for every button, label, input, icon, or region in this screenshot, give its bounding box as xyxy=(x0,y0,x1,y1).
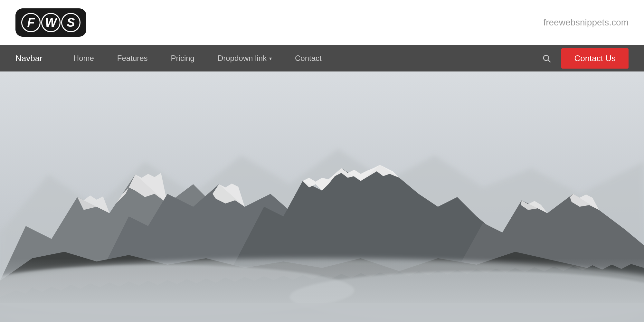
navbar-right: Contact Us xyxy=(539,48,629,69)
svg-line-1 xyxy=(548,60,550,62)
search-icon xyxy=(542,54,551,63)
logo-letter-w: W xyxy=(41,13,61,32)
nav-link-pricing[interactable]: Pricing xyxy=(159,54,206,63)
navbar: Navbar Home Features Pricing Dropdown li… xyxy=(0,45,644,71)
mountain-illustration xyxy=(0,71,644,322)
logo-letter-s: S xyxy=(61,13,80,32)
top-header: F W S freewebsnippets.com xyxy=(0,0,644,45)
navbar-brand: Navbar xyxy=(15,53,43,63)
nav-link-contact[interactable]: Contact xyxy=(283,54,333,63)
site-url: freewebsnippets.com xyxy=(543,17,629,28)
nav-link-features[interactable]: Features xyxy=(106,54,159,63)
svg-rect-20 xyxy=(0,303,644,322)
contact-us-button[interactable]: Contact Us xyxy=(561,48,629,69)
logo-letter-f: F xyxy=(21,13,41,32)
search-button[interactable] xyxy=(539,51,554,65)
nav-link-home[interactable]: Home xyxy=(62,54,106,63)
nav-dropdown-label: Dropdown link xyxy=(218,54,267,63)
logo-box: F W S xyxy=(15,8,86,37)
logo-container: F W S xyxy=(15,8,86,37)
hero-section xyxy=(0,71,644,322)
chevron-down-icon: ▾ xyxy=(269,55,272,62)
nav-dropdown-link[interactable]: Dropdown link ▾ xyxy=(206,54,283,63)
navbar-links: Home Features Pricing Dropdown link ▾ Co… xyxy=(62,54,540,63)
